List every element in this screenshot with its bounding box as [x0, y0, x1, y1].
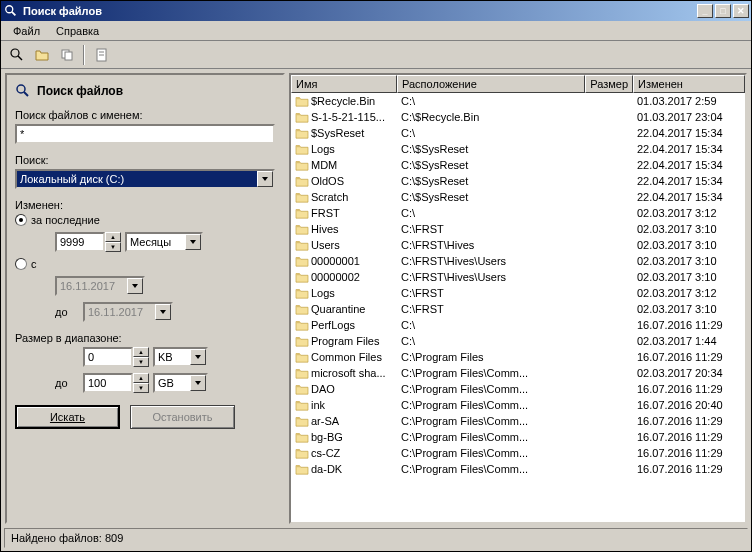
table-row[interactable]: UsersC:\FRST\Hives02.03.2017 3:10: [291, 237, 745, 253]
row-location: C:\FRST: [397, 287, 585, 299]
table-row[interactable]: microsoft sha...C:\Program Files\Comm...…: [291, 365, 745, 381]
size-from-unit[interactable]: KB: [153, 347, 208, 367]
svg-point-0: [6, 6, 13, 13]
size-from-spinner[interactable]: ▲▼: [83, 347, 149, 367]
folder-icon: [295, 111, 309, 123]
maximize-button[interactable]: □: [715, 4, 731, 18]
table-row[interactable]: Common FilesC:\Program Files16.07.2016 1…: [291, 349, 745, 365]
row-name: DAO: [311, 383, 335, 395]
table-row[interactable]: DAOC:\Program Files\Comm...16.07.2016 11…: [291, 381, 745, 397]
row-modified: 22.04.2017 15:34: [633, 127, 745, 139]
size-to-unit[interactable]: GB: [153, 373, 208, 393]
table-row[interactable]: 00000001C:\FRST\Hives\Users02.03.2017 3:…: [291, 253, 745, 269]
table-row[interactable]: ScratchC:\$SysReset22.04.2017 15:34: [291, 189, 745, 205]
spinner-up[interactable]: ▲: [105, 232, 121, 242]
row-location: C:\: [397, 95, 585, 107]
table-row[interactable]: FRSTC:\02.03.2017 3:12: [291, 205, 745, 221]
minimize-button[interactable]: _: [697, 4, 713, 18]
row-name: 00000001: [311, 255, 360, 267]
table-row[interactable]: cs-CZC:\Program Files\Comm...16.07.2016 …: [291, 445, 745, 461]
last-number-spinner[interactable]: ▲▼: [55, 232, 121, 252]
spinner-down[interactable]: ▼: [133, 357, 149, 367]
table-row[interactable]: PerfLogsC:\16.07.2016 11:29: [291, 317, 745, 333]
row-name: $Recycle.Bin: [311, 95, 375, 107]
spinner-up[interactable]: ▲: [133, 347, 149, 357]
chevron-down-icon[interactable]: [127, 278, 143, 294]
th-location[interactable]: Расположение: [397, 75, 585, 93]
table-row[interactable]: LogsC:\FRST02.03.2017 3:12: [291, 285, 745, 301]
spinner-down[interactable]: ▼: [133, 383, 149, 393]
date-to-combo[interactable]: 16.11.2017: [83, 302, 173, 322]
toolbar-search[interactable]: [5, 44, 28, 66]
row-location: C:\$Recycle.Bin: [397, 111, 585, 123]
search-button[interactable]: Искать: [15, 405, 120, 429]
folder-icon: [295, 255, 309, 267]
chevron-down-icon[interactable]: [190, 349, 206, 365]
row-name: cs-CZ: [311, 447, 340, 459]
radio-last[interactable]: [15, 214, 27, 226]
table-row[interactable]: ar-SAC:\Program Files\Comm...16.07.2016 …: [291, 413, 745, 429]
chevron-down-icon[interactable]: [190, 375, 206, 391]
table-row[interactable]: Program FilesC:\02.03.2017 1:44: [291, 333, 745, 349]
svg-point-2: [11, 49, 19, 57]
row-location: C:\$SysReset: [397, 143, 585, 155]
toolbar-properties[interactable]: [90, 44, 113, 66]
th-size[interactable]: Размер: [585, 75, 633, 93]
row-location: C:\: [397, 319, 585, 331]
chevron-down-icon[interactable]: [185, 234, 201, 250]
table-row[interactable]: $SysResetC:\22.04.2017 15:34: [291, 125, 745, 141]
th-modified[interactable]: Изменен: [633, 75, 745, 93]
toolbar-copy[interactable]: [55, 44, 78, 66]
table-row[interactable]: inkC:\Program Files\Comm...16.07.2016 20…: [291, 397, 745, 413]
th-name[interactable]: Имя: [291, 75, 397, 93]
statusbar: Найдено файлов: 809: [4, 528, 748, 548]
toolbar-open-folder[interactable]: [30, 44, 53, 66]
chevron-down-icon[interactable]: [155, 304, 171, 320]
date-from-combo[interactable]: 16.11.2017: [55, 276, 145, 296]
folder-icon: [295, 239, 309, 251]
row-modified: 02.03.2017 20:34: [633, 367, 745, 379]
row-name: ar-SA: [311, 415, 339, 427]
svg-line-3: [18, 56, 22, 60]
table-row[interactable]: bg-BGC:\Program Files\Comm...16.07.2016 …: [291, 429, 745, 445]
spinner-up[interactable]: ▲: [133, 373, 149, 383]
table-row[interactable]: OldOSC:\$SysReset22.04.2017 15:34: [291, 173, 745, 189]
stop-button[interactable]: Остановить: [130, 405, 235, 429]
table-row[interactable]: $Recycle.BinC:\01.03.2017 2:59: [291, 93, 745, 109]
menu-file[interactable]: Файл: [5, 23, 48, 39]
row-modified: 16.07.2016 11:29: [633, 351, 745, 363]
name-input[interactable]: [15, 124, 275, 144]
menu-help[interactable]: Справка: [48, 23, 107, 39]
table-row[interactable]: HivesC:\FRST02.03.2017 3:10: [291, 221, 745, 237]
row-modified: 02.03.2017 3:12: [633, 207, 745, 219]
size-from-input[interactable]: [83, 347, 133, 367]
row-modified: 16.07.2016 11:29: [633, 415, 745, 427]
last-number-input[interactable]: [55, 232, 105, 252]
close-button[interactable]: ✕: [733, 4, 749, 18]
spinner-down[interactable]: ▼: [105, 242, 121, 252]
radio-from[interactable]: [15, 258, 27, 270]
menubar: Файл Справка: [1, 21, 751, 41]
folder-icon: [295, 367, 309, 379]
table-row[interactable]: QuarantineC:\FRST02.03.2017 3:10: [291, 301, 745, 317]
row-name: 00000002: [311, 271, 360, 283]
search-location-combo[interactable]: Локальный диск (C:): [15, 169, 275, 189]
size-to-spinner[interactable]: ▲▼: [83, 373, 149, 393]
folder-icon: [295, 431, 309, 443]
size-to-input[interactable]: [83, 373, 133, 393]
table-row[interactable]: MDMC:\$SysReset22.04.2017 15:34: [291, 157, 745, 173]
table-row[interactable]: S-1-5-21-115...C:\$Recycle.Bin01.03.2017…: [291, 109, 745, 125]
last-unit-combo[interactable]: Месяцы: [125, 232, 203, 252]
row-modified: 16.07.2016 11:29: [633, 383, 745, 395]
folder-icon: [295, 223, 309, 235]
folder-icon: [295, 351, 309, 363]
results-panel: Имя Расположение Размер Изменен $Recycle…: [289, 73, 747, 524]
row-name: PerfLogs: [311, 319, 355, 331]
chevron-down-icon[interactable]: [257, 171, 273, 187]
folder-icon: [295, 415, 309, 427]
table-body[interactable]: $Recycle.BinC:\01.03.2017 2:59S-1-5-21-1…: [291, 93, 745, 522]
table-row[interactable]: da-DKC:\Program Files\Comm...16.07.2016 …: [291, 461, 745, 477]
table-row[interactable]: LogsC:\$SysReset22.04.2017 15:34: [291, 141, 745, 157]
row-modified: 16.07.2016 11:29: [633, 431, 745, 443]
table-row[interactable]: 00000002C:\FRST\Hives\Users02.03.2017 3:…: [291, 269, 745, 285]
